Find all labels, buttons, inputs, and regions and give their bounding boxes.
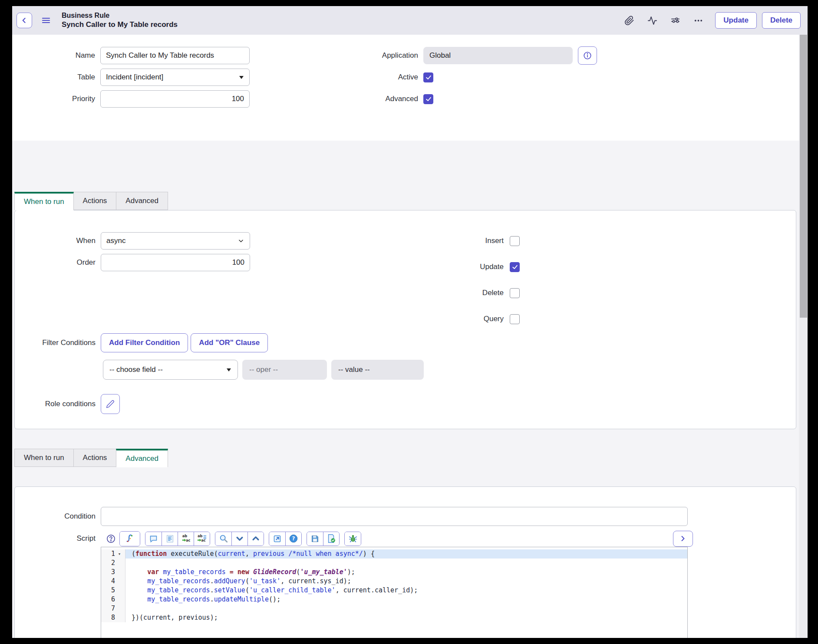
format-code-button[interactable] <box>162 532 178 545</box>
code-text: })(current, previous); <box>125 613 687 622</box>
advanced-label: Advanced <box>255 95 418 103</box>
line-number: 5 <box>101 586 115 595</box>
insert-checkbox[interactable] <box>510 236 520 246</box>
delete-button[interactable]: Delete <box>762 12 801 29</box>
replace-button[interactable]: abac <box>178 532 194 545</box>
editor-save-button[interactable] <box>307 532 323 545</box>
chevron-right-icon <box>679 534 687 543</box>
filter-condition-builder-row: -- choose field -- -- oper -- -- value -… <box>15 360 796 380</box>
application-info-button[interactable] <box>578 46 597 65</box>
tab-advanced-2[interactable]: Advanced <box>116 449 168 467</box>
condition-input[interactable] <box>101 507 688 526</box>
script-code-editor[interactable]: 1▾(function executeRule(current, previou… <box>101 547 688 638</box>
line-number: 7 <box>101 604 115 613</box>
editor-macro-button[interactable] <box>120 532 140 546</box>
value-field[interactable]: -- value -- <box>331 360 424 380</box>
attachment-icon <box>624 16 634 26</box>
svg-text:ab: ab <box>182 534 188 538</box>
line-number: 1 <box>101 549 115 559</box>
application-label: Application <box>255 51 418 60</box>
code-text <box>125 604 687 613</box>
priority-field-row: Priority <box>12 90 250 108</box>
find-previous-button[interactable] <box>247 532 264 545</box>
activity-stream-button[interactable] <box>647 16 657 26</box>
update-button[interactable]: Update <box>715 12 757 29</box>
search-group <box>215 532 264 546</box>
edit-role-conditions-button[interactable] <box>101 394 120 414</box>
record-type: Business Rule <box>62 11 178 20</box>
update-row: Update <box>15 258 520 276</box>
code-line[interactable]: 4 my_table_records.addQuery('u_task', cu… <box>101 577 687 586</box>
toggle-comment-button[interactable] <box>145 532 162 545</box>
editor-help-button[interactable]: ? <box>285 532 301 545</box>
form-header: Business Rule Synch Caller to My Table r… <box>12 6 808 35</box>
personalize-icon <box>670 16 680 26</box>
find-next-button[interactable] <box>231 532 247 545</box>
update-checkbox[interactable] <box>510 262 520 272</box>
code-line[interactable]: 2 <box>101 559 687 568</box>
dropdown-arrow-icon <box>239 75 244 79</box>
line-gutter: 1▾ <box>101 549 125 559</box>
advanced-panel: Condition Script <box>14 486 796 638</box>
tab-when-to-run[interactable]: When to run <box>14 192 74 210</box>
filter-conditions-label: Filter Conditions <box>15 338 96 347</box>
save-group <box>307 532 340 546</box>
delete-checkbox[interactable] <box>510 288 520 298</box>
personalize-form-button[interactable] <box>670 16 680 26</box>
delete-label: Delete <box>482 289 504 297</box>
syntax-check-button[interactable] <box>323 532 339 545</box>
context-menu-button[interactable] <box>41 15 51 26</box>
choose-field-value: -- choose field -- <box>109 365 226 374</box>
operator-select[interactable]: -- oper -- <box>242 360 327 380</box>
check-icon <box>425 74 432 81</box>
tab-actions[interactable]: Actions <box>73 192 117 210</box>
insert-label: Insert <box>485 237 504 245</box>
code-line[interactable]: 8})(current, previous); <box>101 613 687 622</box>
table-select[interactable]: Incident [incident] <box>100 69 250 86</box>
insert-row: Insert <box>15 232 520 250</box>
open-full-screen-button[interactable] <box>269 532 285 545</box>
query-row: Query <box>15 310 520 328</box>
debug-icon <box>348 534 358 543</box>
toolbar-expand-button[interactable] <box>673 531 693 547</box>
line-gutter: 5 <box>101 586 125 595</box>
line-number: 3 <box>101 568 115 577</box>
fold-icon[interactable]: ▾ <box>115 549 124 559</box>
replace-all-button[interactable]: abac <box>194 532 210 545</box>
tab-when-to-run-2[interactable]: When to run <box>14 449 74 467</box>
attachment-button[interactable] <box>624 16 634 26</box>
tab-advanced[interactable]: Advanced <box>116 192 168 210</box>
vertical-scrollbar[interactable] <box>799 35 808 638</box>
choose-field-select[interactable]: -- choose field -- <box>103 360 238 380</box>
role-conditions-label: Role conditions <box>15 400 96 408</box>
back-button[interactable] <box>16 13 32 28</box>
name-input[interactable] <box>100 47 250 64</box>
format-code-icon <box>165 534 175 543</box>
line-gutter: 2 <box>101 559 125 568</box>
debug-group <box>344 532 361 546</box>
priority-label: Priority <box>12 95 95 103</box>
scrollbar-thumb[interactable] <box>800 35 807 318</box>
more-options-button[interactable] <box>693 16 703 26</box>
priority-input[interactable] <box>100 90 250 108</box>
script-editor-toolbar: abac abac <box>106 531 693 546</box>
save-icon <box>310 534 320 543</box>
script-help-button[interactable] <box>106 534 116 544</box>
code-line[interactable]: 1▾(function executeRule(current, previou… <box>101 549 687 559</box>
check-icon <box>511 263 518 270</box>
code-line[interactable]: 7 <box>101 604 687 613</box>
edit-group: abac abac <box>145 532 210 546</box>
code-line[interactable]: 3 var my_table_records = new GlideRecord… <box>101 568 687 577</box>
line-gutter: 3 <box>101 568 125 577</box>
advanced-checkbox[interactable] <box>423 94 433 104</box>
search-button[interactable] <box>215 532 231 545</box>
debug-button[interactable] <box>345 532 361 545</box>
tab-actions-2[interactable]: Actions <box>73 449 117 467</box>
query-checkbox[interactable] <box>510 314 520 324</box>
active-checkbox[interactable] <box>423 72 433 82</box>
line-number: 4 <box>101 577 115 586</box>
code-line[interactable]: 5 my_table_records.setValue('u_caller_ch… <box>101 586 687 595</box>
code-line[interactable]: 6 my_table_records.updateMultiple(); <box>101 595 687 604</box>
operation-checkboxes: Insert Update Delete <box>15 232 520 336</box>
record-name: Synch Caller to My Table records <box>62 20 178 29</box>
